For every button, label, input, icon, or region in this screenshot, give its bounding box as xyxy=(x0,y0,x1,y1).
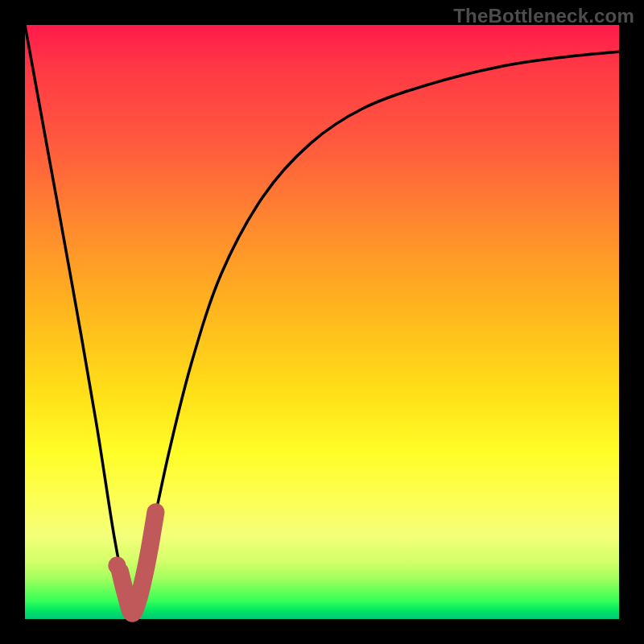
plot-area xyxy=(25,25,619,619)
bottleneck-curve-svg xyxy=(25,25,619,619)
highlight-point xyxy=(108,557,126,575)
chart-frame: TheBottleneck.com xyxy=(0,0,644,644)
bottleneck-curve-path xyxy=(25,25,619,613)
watermark-text: TheBottleneck.com xyxy=(453,5,634,27)
